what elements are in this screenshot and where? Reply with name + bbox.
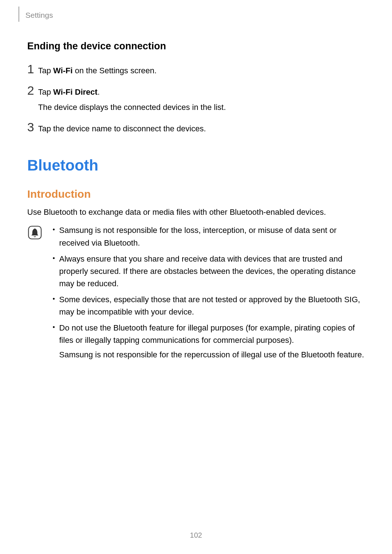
note-content: • Samsung is not responsible for the los… [45, 224, 368, 365]
note-bullet-item: • Some devices, especially those that ar… [53, 294, 368, 318]
note-bullet-item: • Always ensure that you share and recei… [53, 253, 368, 290]
bullet-sub: Samsung is not responsible for the reper… [59, 349, 368, 361]
header-divider [19, 7, 19, 22]
note-bullet-item: • Samsung is not responsible for the los… [53, 224, 368, 249]
step-text-bold: Wi-Fi Direct [53, 87, 98, 97]
breadcrumb: Settings [25, 11, 53, 20]
bullet-text: Do not use the Bluetooth feature for ill… [59, 322, 368, 361]
step-body: Tap the device name to disconnect the de… [38, 122, 368, 135]
bullet-marker: • [53, 224, 59, 249]
bullet-text: Samsung is not responsible for the loss,… [59, 224, 368, 249]
step-text-prefix: Tap [38, 87, 53, 97]
step-text-prefix: Tap the device name to disconnect the de… [38, 124, 206, 133]
bullet-text: Some devices, especially those that are … [59, 294, 368, 318]
subsection-heading: Ending the device connection [27, 41, 368, 52]
section-heading-h2: Introduction [27, 188, 368, 200]
bullet-marker: • [53, 294, 59, 318]
bullet-marker: • [53, 253, 59, 290]
step-description: The device displays the connected device… [38, 101, 368, 114]
bullet-text: Always ensure that you share and receive… [59, 253, 368, 290]
section-heading-h1: Bluetooth [27, 157, 368, 174]
note-bullet-item: • Do not use the Bluetooth feature for i… [53, 322, 368, 361]
step-text-suffix: on the Settings screen. [73, 66, 156, 75]
bullet-marker: • [53, 322, 59, 361]
page-content: Ending the device connection 1 Tap Wi-Fi… [27, 36, 368, 365]
page-number: 102 [0, 531, 392, 539]
step-text-bold: Wi-Fi [53, 66, 73, 75]
step-3: 3 Tap the device name to disconnect the … [27, 121, 368, 135]
note-bell-icon [27, 224, 45, 365]
step-body: Tap Wi-Fi on the Settings screen. [38, 64, 368, 77]
step-text-prefix: Tap [38, 66, 53, 75]
step-number: 2 [27, 84, 38, 97]
step-body: Tap Wi-Fi Direct. The device displays th… [38, 85, 368, 114]
step-number: 1 [27, 63, 38, 75]
intro-paragraph: Use Bluetooth to exchange data or media … [27, 206, 368, 218]
note-block: • Samsung is not responsible for the los… [27, 224, 368, 365]
step-text-suffix: . [98, 87, 100, 97]
bullet-main: Do not use the Bluetooth feature for ill… [59, 323, 355, 345]
step-1: 1 Tap Wi-Fi on the Settings screen. [27, 63, 368, 77]
step-number: 3 [27, 121, 38, 133]
step-2: 2 Tap Wi-Fi Direct. The device displays … [27, 84, 368, 114]
note-bullet-list: • Samsung is not responsible for the los… [53, 224, 368, 361]
